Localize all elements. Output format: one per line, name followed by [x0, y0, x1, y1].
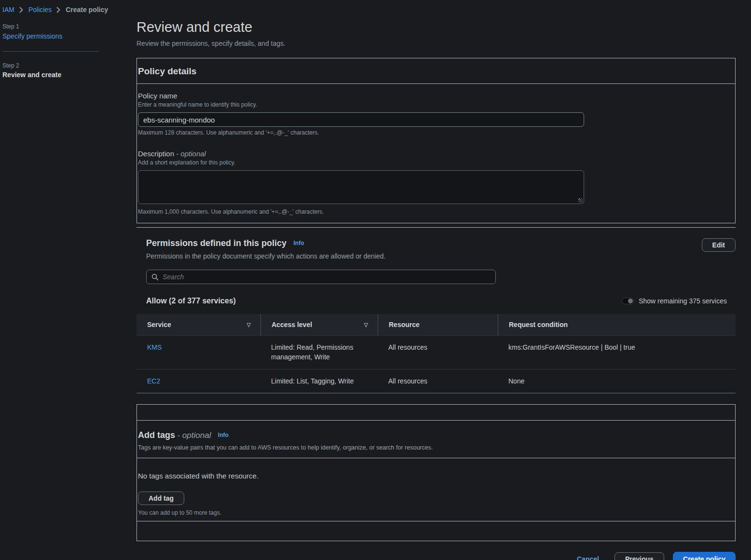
breadcrumb-iam-link[interactable]: IAM	[2, 6, 14, 14]
description-optional-text: - optional	[176, 150, 206, 158]
step-2-review-and-create: Review and create	[2, 71, 137, 79]
search-input[interactable]	[163, 273, 491, 281]
allow-services-label: Allow (2 of 377 services)	[146, 297, 236, 305]
resize-handle-icon[interactable]	[578, 198, 583, 203]
resource-cell: All resources	[378, 369, 498, 393]
edit-button[interactable]: Edit	[702, 238, 736, 252]
breadcrumb: IAM Policies Create policy	[0, 0, 751, 14]
column-header-resource: Resource	[378, 314, 498, 335]
permissions-search[interactable]	[146, 270, 496, 284]
table-row: EC2 Limited: List, Tagging, Write All re…	[137, 369, 736, 393]
table-header-row: Service ▽ Access level ▽ Resource Reques…	[137, 314, 736, 335]
request-condition-cell: kms:GrantIsForAWSResource | Bool | true	[498, 336, 736, 369]
cancel-button[interactable]: Cancel	[577, 555, 599, 560]
resource-cell: All resources	[378, 336, 498, 369]
description-label-text: Description	[138, 150, 174, 158]
description-label: Description - optional	[138, 150, 725, 158]
service-link-kms[interactable]: KMS	[147, 343, 162, 351]
policy-name-constraint: Maximum 128 characters. Use alphanumeric…	[138, 129, 725, 136]
step-2-number: Step 2	[2, 62, 137, 69]
permissions-title: Permissions defined in this policy	[146, 238, 287, 248]
add-tags-info-link[interactable]: Info	[218, 432, 229, 438]
show-remaining-toggle[interactable]	[622, 298, 634, 304]
page-subtitle: Review the permissions, specify details,…	[137, 40, 736, 47]
chevron-right-icon	[56, 7, 61, 13]
step-1-number: Step 1	[2, 23, 137, 30]
search-icon	[151, 273, 159, 281]
column-header-service[interactable]: Service ▽	[137, 314, 260, 335]
permissions-description: Permissions in the policy document speci…	[146, 252, 385, 260]
policy-details-header: Policy details	[137, 58, 735, 84]
description-textarea[interactable]	[138, 170, 584, 204]
empty-container	[137, 404, 736, 421]
show-remaining-label: Show remaining 375 services	[639, 297, 727, 305]
policy-details-panel: Policy details Policy name Enter a meani…	[137, 58, 736, 223]
filter-dropdown-icon[interactable]: ▽	[364, 322, 368, 328]
add-tags-title: Add tags	[138, 430, 175, 440]
access-level-cell: Limited: Read, Permissions management, W…	[260, 336, 378, 369]
request-condition-column-label: Request condition	[509, 321, 568, 328]
policy-name-label: Policy name	[138, 92, 725, 100]
tags-limit-text: You can add up to 50 more tags.	[138, 509, 725, 516]
resource-column-label: Resource	[389, 321, 420, 328]
service-link-ec2[interactable]: EC2	[147, 377, 160, 385]
step-1-specify-permissions-link[interactable]: Specify permissions	[2, 32, 63, 40]
request-condition-cell: None	[498, 369, 736, 393]
steps-sidebar: Step 1 Specify permissions Step 2 Review…	[0, 14, 137, 560]
permissions-table: Service ▽ Access level ▽ Resource Reques…	[137, 314, 736, 394]
add-tags-body: No tags associated with the resource. Ad…	[137, 458, 735, 521]
toggle-knob-icon	[628, 299, 633, 303]
no-tags-text: No tags associated with the resource.	[138, 472, 725, 480]
breadcrumb-current: Create policy	[66, 6, 108, 14]
table-row: KMS Limited: Read, Permissions managemen…	[137, 335, 736, 369]
access-level-cell: Limited: List, Tagging, Write	[260, 369, 378, 393]
chevron-right-icon	[19, 7, 24, 13]
add-tags-optional-text: - optional	[177, 431, 211, 440]
description-help: Add a short explanation for this policy.	[138, 159, 725, 166]
column-header-access-level[interactable]: Access level ▽	[260, 314, 378, 335]
form-actions: Cancel Previous Create policy	[137, 552, 736, 560]
description-constraint: Maximum 1,000 characters. Use alphanumer…	[138, 208, 725, 215]
add-tag-button[interactable]: Add tag	[138, 492, 184, 505]
permissions-section: Permissions defined in this policy Info …	[137, 227, 736, 394]
add-tags-description: Tags are key-value pairs that you can ad…	[138, 444, 725, 451]
policy-details-title: Policy details	[138, 66, 196, 76]
policy-name-help: Enter a meaningful name to identify this…	[138, 101, 725, 108]
add-tags-panel: Add tags - optional Info Tags are key-va…	[137, 421, 736, 541]
add-tags-header: Add tags - optional Info Tags are key-va…	[137, 421, 735, 458]
sidebar-divider	[2, 51, 99, 52]
column-header-request-condition: Request condition	[498, 314, 736, 335]
breadcrumb-policies-link[interactable]: Policies	[28, 6, 52, 14]
description-field-group: Description - optional Add a short expla…	[138, 150, 725, 215]
policy-name-field-group: Policy name Enter a meaningful name to i…	[138, 92, 725, 136]
add-tags-footer	[137, 521, 735, 541]
page-title: Review and create	[137, 19, 736, 35]
filter-dropdown-icon[interactable]: ▽	[247, 322, 251, 328]
create-policy-button[interactable]: Create policy	[673, 552, 736, 560]
policy-name-input[interactable]	[138, 112, 584, 127]
permissions-info-link[interactable]: Info	[294, 240, 304, 246]
previous-button[interactable]: Previous	[614, 552, 664, 560]
access-level-column-label: Access level	[272, 321, 312, 328]
service-column-label: Service	[147, 321, 171, 328]
main-content: Review and create Review the permissions…	[137, 14, 736, 560]
